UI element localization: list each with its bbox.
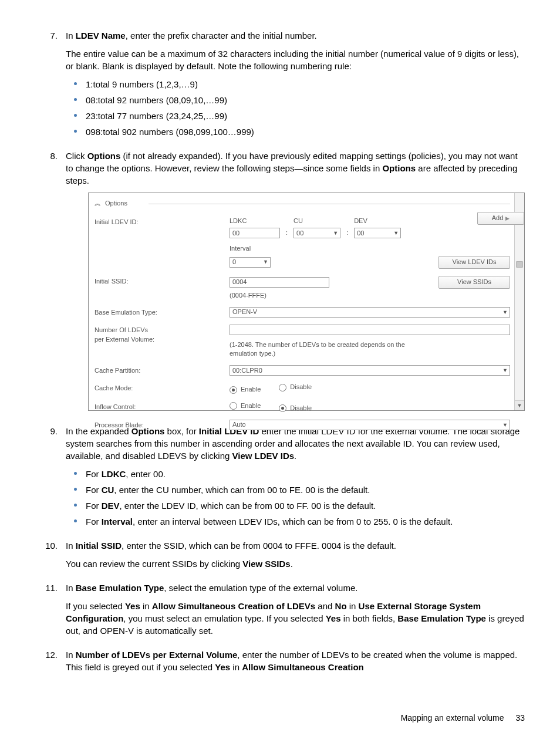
cache-partition-select[interactable]: 00:CLPR0▼ bbox=[230, 365, 510, 376]
label-cache-mode: Cache Mode: bbox=[95, 383, 230, 393]
ssid-input[interactable]: 0004 bbox=[230, 277, 329, 288]
chevron-down-icon: ▼ bbox=[502, 309, 508, 316]
bullet: For Interval, enter an interval between … bbox=[66, 515, 525, 528]
scrollbar-thumb[interactable] bbox=[516, 261, 523, 268]
inflow-disable-radio[interactable]: Disable bbox=[279, 404, 312, 413]
radio-label: Disable bbox=[290, 383, 312, 391]
num-ldevs-hint: (1-2048. The number of LDEVs to be creat… bbox=[230, 340, 417, 359]
text: : bbox=[345, 228, 349, 238]
inflow-enable-radio[interactable]: Enable bbox=[230, 401, 261, 410]
text-bold: View SSIDs bbox=[242, 559, 290, 569]
text-bold: View LDEV IDs bbox=[232, 451, 295, 461]
bullet: For CU, enter the CU number, which can f… bbox=[66, 484, 525, 496]
col-ldkc: LDKC bbox=[230, 217, 280, 225]
scrollbar-down-icon[interactable]: ▼ bbox=[515, 400, 524, 410]
text: In bbox=[66, 31, 76, 40]
label-base-emulation: Base Emulation Type: bbox=[95, 307, 230, 317]
text: In bbox=[66, 541, 76, 551]
options-panel-screenshot: ▼ Add▶ ︽ Options Initial LDEV ID: LDKC00… bbox=[88, 193, 525, 411]
label-processor-blade: Processor Blade: bbox=[95, 420, 230, 430]
cache-partition-value: 00:CLPR0 bbox=[232, 366, 262, 375]
radio-label: Enable bbox=[241, 401, 261, 410]
step-body: In the expanded Options box, for Initial… bbox=[66, 425, 525, 534]
legend-label: Options bbox=[105, 199, 127, 208]
label-initial-ssid: Initial SSID: bbox=[95, 276, 230, 286]
chevron-down-icon: ▼ bbox=[502, 421, 508, 429]
text-bold: Initial SSID bbox=[76, 541, 122, 551]
text: The entire value can be a maximum of 32 … bbox=[66, 48, 525, 72]
cu-value: 00 bbox=[296, 229, 303, 238]
step-number: 11. bbox=[35, 582, 66, 643]
text: . bbox=[291, 559, 293, 569]
text: , enter the prefix character and the ini… bbox=[126, 31, 317, 40]
chevron-down-icon: ▼ bbox=[333, 229, 338, 237]
text: : bbox=[285, 228, 289, 238]
step-body: Click Options (if not already expanded).… bbox=[66, 150, 525, 419]
col-interval: Interval bbox=[230, 244, 510, 253]
page-number: 33 bbox=[515, 713, 525, 723]
view-ssids-button[interactable]: View SSIDs bbox=[438, 276, 510, 289]
text: If you selected bbox=[66, 601, 125, 611]
text-bold: Base Emulation Type bbox=[76, 583, 164, 593]
ssid-range: (0004-FFFE) bbox=[230, 291, 510, 300]
text: Click bbox=[66, 151, 87, 161]
label-inflow: Inflow Control: bbox=[95, 401, 230, 411]
step-body: In LDEV Name, enter the prefix character… bbox=[66, 29, 525, 144]
text-bold: Options bbox=[382, 163, 416, 173]
text: . bbox=[294, 451, 296, 461]
label-num-ldevs: Number Of LDEVsper External Volume: bbox=[95, 325, 230, 344]
view-ldev-ids-button[interactable]: View LDEV IDs bbox=[438, 256, 510, 269]
processor-blade-value: Auto bbox=[232, 420, 246, 429]
bullet: For LDKC, enter 00. bbox=[66, 468, 525, 480]
step-number: 8. bbox=[35, 150, 66, 419]
bullet: 08:total 92 numbers (08,09,10,…99) bbox=[66, 94, 525, 106]
dev-value: 00 bbox=[357, 229, 364, 238]
step-number: 10. bbox=[35, 539, 66, 576]
interval-value: 0 bbox=[232, 258, 236, 266]
emulation-value: OPEN-V bbox=[232, 308, 257, 316]
dev-select[interactable]: 00▼ bbox=[354, 228, 401, 238]
footer-title: Mapping an external volume bbox=[401, 713, 504, 723]
emulation-select[interactable]: OPEN-V▼ bbox=[230, 307, 510, 318]
collapse-icon: ︽ bbox=[95, 199, 100, 208]
text-bold: Options bbox=[87, 151, 121, 161]
num-ldevs-input[interactable] bbox=[230, 325, 510, 335]
text: , enter the SSID, which can be from 0004… bbox=[122, 541, 396, 551]
interval-select[interactable]: 0▼ bbox=[230, 257, 271, 268]
step-body: In Number of LDEVs per External Volume, … bbox=[66, 649, 525, 679]
page-footer: Mapping an external volume 33 bbox=[401, 713, 525, 723]
bullet: 1:total 9 numbers (1,2,3,…9) bbox=[66, 78, 525, 90]
text: In bbox=[66, 650, 76, 660]
label-cache-partition: Cache Partition: bbox=[95, 365, 230, 375]
bullet: 098:total 902 numbers (098,099,100…999) bbox=[66, 126, 525, 138]
bullet: 23:total 77 numbers (23,24,25,…99) bbox=[66, 110, 525, 122]
step-number: 7. bbox=[35, 29, 66, 144]
text-bold: LDEV Name bbox=[76, 31, 126, 40]
processor-blade-select[interactable]: Auto▼ bbox=[230, 420, 510, 430]
step-number: 9. bbox=[35, 425, 66, 534]
options-legend[interactable]: ︽ Options bbox=[95, 199, 510, 208]
col-cu: CU bbox=[294, 217, 340, 225]
cache-mode-disable-radio[interactable]: Disable bbox=[279, 383, 312, 391]
step-number: 12. bbox=[35, 649, 66, 679]
text: You can review the current SSIDs by clic… bbox=[66, 559, 242, 569]
cache-mode-enable-radio[interactable]: Enable bbox=[230, 385, 261, 394]
text: In bbox=[66, 583, 76, 593]
ldkc-input[interactable]: 00 bbox=[230, 228, 280, 238]
label-initial-ldev: Initial LDEV ID: bbox=[95, 217, 230, 227]
text: , select the emulation type of the exter… bbox=[164, 583, 357, 593]
bullet: For DEV, enter the LDEV ID, which can be… bbox=[66, 499, 525, 512]
step-body: In Base Emulation Type, select the emula… bbox=[66, 582, 525, 643]
step-body: In Initial SSID, enter the SSID, which c… bbox=[66, 539, 525, 576]
radio-label: Disable bbox=[290, 404, 312, 413]
chevron-down-icon: ▼ bbox=[393, 229, 399, 237]
radio-label: Enable bbox=[241, 385, 261, 394]
chevron-down-icon: ▼ bbox=[263, 258, 268, 266]
cu-select[interactable]: 00▼ bbox=[294, 228, 340, 238]
chevron-down-icon: ▼ bbox=[502, 367, 508, 374]
col-dev: DEV bbox=[354, 217, 401, 225]
scrollbar[interactable]: ▼ bbox=[514, 193, 524, 410]
